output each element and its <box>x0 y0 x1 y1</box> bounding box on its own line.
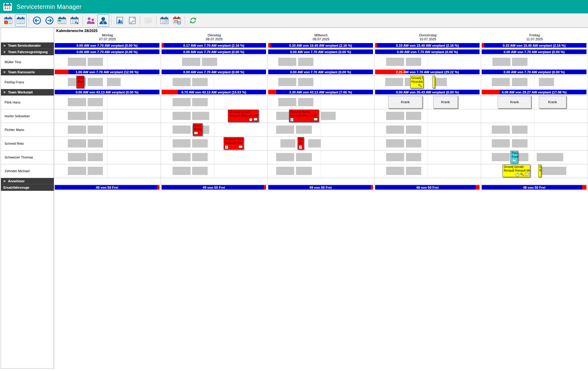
absence-block[interactable]: Krank <box>498 96 531 108</box>
sidebar-item-team-serviceberater[interactable]: »Team Serviceberater <box>1 42 54 49</box>
time-slot[interactable] <box>88 58 103 66</box>
time-slot[interactable] <box>68 112 86 120</box>
appointment-block[interactable]: Peixoto NunoRenault Clio 1.6 <box>224 137 244 150</box>
time-slot[interactable] <box>173 139 191 147</box>
time-slot[interactable] <box>88 78 103 86</box>
time-slot[interactable] <box>296 125 312 134</box>
time-slot[interactable] <box>492 153 510 161</box>
calendar-report-button[interactable] <box>159 14 170 27</box>
time-slot[interactable] <box>298 78 314 86</box>
time-slot[interactable] <box>298 98 314 106</box>
nav-back-button[interactable] <box>31 14 43 27</box>
time-slot[interactable] <box>296 167 312 175</box>
time-slot[interactable] <box>386 58 404 66</box>
time-slot[interactable] <box>308 139 321 147</box>
time-slot[interactable] <box>539 78 554 86</box>
time-slot[interactable] <box>512 58 528 66</box>
time-slot[interactable] <box>406 125 422 134</box>
sidebar-item-annehmer[interactable]: »Annehmer <box>1 178 54 184</box>
notepad-people-button[interactable] <box>114 14 125 27</box>
sidebar-item-zehnder-michael[interactable]: Zehnder Michael <box>1 164 54 178</box>
absence-block[interactable]: Krank <box>433 96 458 108</box>
table-view-button[interactable] <box>142 14 154 27</box>
sidebar-item-pichler-mario[interactable]: Pichler Mario <box>1 123 54 137</box>
time-slot[interactable] <box>68 58 86 66</box>
time-slot[interactable] <box>173 167 191 175</box>
time-slot[interactable] <box>386 112 404 120</box>
sidebar-item-ersatzfahrzeuge[interactable]: Ersatzfahrzeuge <box>1 184 54 191</box>
time-slot[interactable] <box>182 58 200 66</box>
time-slot[interactable] <box>541 167 567 175</box>
time-slot[interactable] <box>537 153 563 161</box>
appointment-block[interactable]: Groselj GHyundai I <box>410 76 424 88</box>
time-slot[interactable] <box>406 153 422 161</box>
appointment-block[interactable]: PeiRe <box>298 137 304 150</box>
calendar-goto-button[interactable] <box>56 14 68 27</box>
appointment-block[interactable]: PeixoFord <box>510 151 518 163</box>
time-slot[interactable] <box>492 58 510 66</box>
sidebar-item-müller-tina[interactable]: Müller Tina <box>1 55 54 69</box>
time-slot[interactable] <box>173 112 191 120</box>
time-slot[interactable] <box>296 153 312 161</box>
time-slot[interactable] <box>88 125 103 134</box>
time-slot[interactable] <box>68 167 86 175</box>
mechanics-button[interactable] <box>85 14 97 27</box>
time-slot[interactable] <box>492 125 510 134</box>
calendar-week-button[interactable] <box>15 14 27 27</box>
absence-block[interactable]: Krank <box>539 96 567 108</box>
calendar-walkin-button[interactable] <box>69 14 80 27</box>
time-slot[interactable] <box>88 112 103 120</box>
absence-block[interactable]: Krank <box>388 96 422 108</box>
time-slot[interactable] <box>278 78 296 86</box>
sidebar-item-team-werkstatt[interactable]: »Team Werkstatt <box>1 89 54 96</box>
time-slot[interactable] <box>107 78 121 86</box>
time-slot[interactable] <box>192 78 208 86</box>
time-slot[interactable] <box>276 167 294 175</box>
time-slot[interactable] <box>512 139 528 147</box>
sidebar-item-schweizer-thomas[interactable]: Schweizer Thomas <box>1 151 54 164</box>
time-slot[interactable] <box>68 139 86 147</box>
calendar-globe-button[interactable]: 23 <box>171 14 183 27</box>
notepad-wrench-button[interactable] <box>126 14 138 27</box>
time-slot[interactable] <box>386 167 404 175</box>
time-slot[interactable] <box>192 112 209 120</box>
sidebar-item-team-fahrzeugreinigung[interactable]: »Team Fahrzeugreinigung <box>1 49 54 55</box>
time-slot[interactable] <box>492 139 510 147</box>
sidebar-item-flink-hans[interactable]: Flink Hans <box>1 96 54 109</box>
time-slot[interactable] <box>406 167 422 175</box>
time-slot[interactable] <box>406 112 422 120</box>
time-slot[interactable] <box>512 78 528 86</box>
appointment-block[interactable]: GrosDaci <box>76 76 84 88</box>
time-slot[interactable] <box>88 167 103 175</box>
time-slot[interactable] <box>492 78 510 86</box>
time-slot[interactable] <box>280 139 295 147</box>
sidebar-item-hurter-sebastian[interactable]: Hurter Sebastian <box>1 109 54 123</box>
sidebar-item-fleißig-franz[interactable]: Fleißig Franz <box>1 75 54 89</box>
time-slot[interactable] <box>512 125 528 134</box>
appointment-block[interactable]: GR <box>538 165 541 177</box>
time-slot[interactable] <box>278 58 296 66</box>
time-slot[interactable] <box>386 139 404 147</box>
time-slot[interactable] <box>88 139 103 147</box>
time-slot[interactable] <box>192 153 208 161</box>
time-slot[interactable] <box>88 153 103 161</box>
time-slot[interactable] <box>173 78 191 86</box>
time-slot[interactable] <box>276 125 294 134</box>
time-slot[interactable] <box>298 58 314 66</box>
nav-forward-button[interactable] <box>44 14 55 27</box>
time-slot[interactable] <box>192 139 208 147</box>
time-slot[interactable] <box>173 125 191 134</box>
time-slot[interactable] <box>386 153 404 161</box>
time-slot[interactable] <box>278 98 296 106</box>
time-slot[interactable] <box>433 78 447 86</box>
time-slot[interactable] <box>202 58 217 66</box>
time-slot[interactable] <box>276 153 294 161</box>
appointment-block[interactable]: Groselj GeraldRenault Megane eTech <box>228 110 259 122</box>
time-slot[interactable] <box>406 58 422 66</box>
appointment-block[interactable]: Groselj GeraldRenault Renault Meg <box>502 165 530 177</box>
appointment-block[interactable]: Peixoto NunoRenault Clio 1.6 E- <box>289 110 319 122</box>
time-slot[interactable] <box>68 125 86 134</box>
appointment-block[interactable] <box>433 76 435 88</box>
sidebar-item-schmid-reto[interactable]: Schmid Reto <box>1 137 54 151</box>
time-slot[interactable] <box>68 153 86 161</box>
